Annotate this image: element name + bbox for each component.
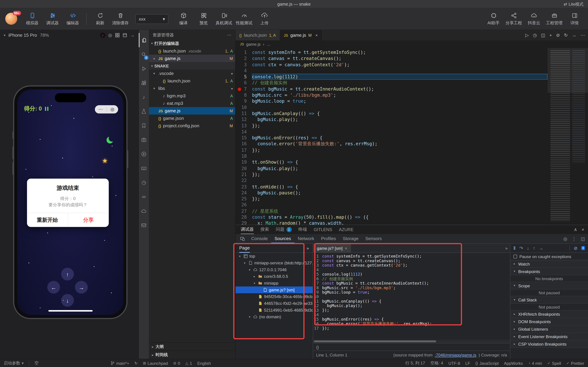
play-circle-icon[interactable] xyxy=(139,147,149,161)
timeline-section[interactable]: ▸ 时间线 xyxy=(149,350,235,359)
section-watch[interactable]: ▸Watch xyxy=(510,260,588,268)
minimap-slider[interactable] xyxy=(547,48,588,93)
clear-cache-button[interactable]: 清除缓存 xyxy=(112,9,129,28)
exit-icon[interactable]: ◎ xyxy=(107,105,118,113)
source-tree-item[interactable]: ▾miniapp-service (blob:http://127… xyxy=(235,259,313,266)
screenshot-icon[interactable] xyxy=(123,33,127,37)
refresh-button[interactable]: 刷新 xyxy=(92,9,108,28)
add-icon[interactable]: + xyxy=(549,33,552,38)
breakpoint-dot[interactable] xyxy=(238,87,241,91)
source-tree-item[interactable]: ▸core/3.68.0.5 xyxy=(235,273,313,280)
debugger-button[interactable]: 调试器 xyxy=(44,9,61,28)
breadcrumb[interactable]: JS game.js › … xyxy=(235,41,588,48)
tab-game-js[interactable]: JS game.js M × xyxy=(280,30,322,41)
page-tab[interactable]: Page xyxy=(239,244,250,253)
forward-icon[interactable]: → xyxy=(572,33,576,38)
close-tab-icon[interactable]: × xyxy=(315,33,318,37)
compile-button[interactable]: 编译 xyxy=(175,9,191,28)
douyin-cloud-button[interactable]: 抖音云 xyxy=(526,9,542,28)
sync-button[interactable]: ↻ xyxy=(134,361,138,365)
open-editor-item[interactable]: ×JSgame.jsM xyxy=(149,55,235,62)
real-device-debug-button[interactable]: 真机调试 xyxy=(216,9,232,28)
circle-slash-icon[interactable]: ⊘ xyxy=(556,33,560,38)
tree-item[interactable]: {}launch.json1, A xyxy=(149,77,235,85)
pause-on-exceptions-button[interactable]: Ⅱ xyxy=(581,246,585,250)
minimap[interactable] xyxy=(547,48,588,225)
git-branch[interactable]: main*+ xyxy=(111,361,129,365)
grid-icon[interactable] xyxy=(115,33,120,37)
tree-item[interactable]: ♪bgm.mp3A xyxy=(149,92,235,100)
chevron-down-icon[interactable]: ▾ xyxy=(4,33,5,37)
overflow-icon[interactable]: » xyxy=(306,245,309,251)
editor-button[interactable]: 编辑器 xyxy=(64,9,81,28)
dock-side-icon[interactable]: ◫ xyxy=(581,236,585,242)
source-tree-item[interactable]: ▾top xyxy=(235,253,313,260)
keyboard-icon[interactable] xyxy=(139,161,149,175)
user-avatar[interactable]: 99+ xyxy=(5,13,18,25)
douyin-badge-icon[interactable]: ♪ xyxy=(100,33,105,38)
more-icon[interactable]: ⋯ xyxy=(95,105,106,113)
record-icon[interactable]: ◎ xyxy=(108,33,112,38)
bookmark-icon[interactable] xyxy=(139,118,149,133)
eol[interactable]: LF xyxy=(465,361,470,365)
section-dom-breakpoints[interactable]: ▸DOM Breakpoints xyxy=(510,318,588,325)
source-tree-item[interactable]: 945f254b-30ca-465b-99cb-1… xyxy=(235,293,313,300)
section-breakpoints[interactable]: ▾Breakpoints xyxy=(510,268,588,275)
close-icon[interactable]: × xyxy=(345,246,347,250)
indentation[interactable]: 空格: 4 xyxy=(430,360,443,366)
section-csp-violation-breakpoints[interactable]: ▸CSP Violation Breakpoints xyxy=(510,341,588,348)
horizontal-scrollbar[interactable] xyxy=(313,340,510,343)
appworks[interactable]: AppWorks xyxy=(504,361,523,365)
section-scope[interactable]: ▾Scope xyxy=(510,282,588,290)
dpad-right-button[interactable]: → xyxy=(75,281,88,294)
language-indicator[interactable]: English xyxy=(197,361,211,365)
step-into-button[interactable]: ↓ xyxy=(527,245,529,251)
outline-section[interactable]: ▸ 大纲 xyxy=(149,342,235,350)
inspect-icon[interactable]: ◎ xyxy=(563,236,567,242)
send-arrow-icon[interactable]: → xyxy=(130,33,135,38)
performance-test-button[interactable]: 性能测试 xyxy=(236,9,252,28)
pretty-print-button[interactable]: {} xyxy=(316,345,319,349)
source-tree-item[interactable]: ▾(no domain) xyxy=(235,314,313,320)
pause-script-button[interactable]: Ⅱ xyxy=(513,245,516,251)
deactivate-breakpoints-button[interactable]: ⊘ xyxy=(574,245,578,251)
tree-item[interactable]: {}game.jsonA xyxy=(149,115,235,122)
tree-item[interactable]: ▾libs● xyxy=(149,85,235,92)
restart-button[interactable]: 重新开始 xyxy=(27,213,68,227)
preview-button[interactable]: 预览 xyxy=(195,9,212,28)
timeline-icon[interactable]: ◷ xyxy=(533,33,537,38)
devtools-tab-sensors[interactable]: Sensors xyxy=(362,234,385,243)
dpad-down-button[interactable]: ↓ xyxy=(61,294,74,307)
search-icon[interactable]: 8 xyxy=(139,47,149,61)
project-root-section[interactable]: ▾ SNAKE xyxy=(149,62,235,70)
open-editor-item[interactable]: {}launch.json.vscode1, A xyxy=(149,47,235,55)
device-toolbar-icon[interactable] xyxy=(238,234,247,243)
scheme-select[interactable]: xxx ▾ xyxy=(135,14,168,24)
tree-item[interactable]: ♪eat.mp3A xyxy=(149,100,235,107)
cursor-position[interactable]: 行 5, 列 17 xyxy=(405,360,425,366)
dpad-up-button[interactable]: ↑ xyxy=(61,268,74,281)
simulator-button[interactable]: 模拟器 xyxy=(24,9,41,28)
details-button[interactable]: 详情 xyxy=(566,9,583,28)
project-management-button[interactable]: 工程管理 xyxy=(546,9,562,28)
section-call-stack[interactable]: ▾Call Stack xyxy=(510,296,588,304)
more-actions-icon[interactable]: ⋯ xyxy=(227,33,231,37)
devtools-tab-console[interactable]: Console xyxy=(248,234,271,243)
zoom-level[interactable]: 78% xyxy=(40,33,49,38)
source-tree-item[interactable]: 446578cc-f0d2-4e29-ae33-0… xyxy=(235,300,313,307)
code-editor[interactable]: 1const systemInfo = tt.getSystemInfoSync… xyxy=(235,48,588,225)
devtools-tab-network[interactable]: Network xyxy=(294,234,318,243)
tree-item[interactable]: {}project.config.jsonM xyxy=(149,122,235,130)
warning-count[interactable]: △1 xyxy=(185,361,192,365)
tab-launch-json[interactable]: {} launch.json 1, A xyxy=(235,30,280,41)
source-tree-item[interactable]: 52114991-0eb5-4685-9d3d-… xyxy=(235,307,313,314)
source-tree-item[interactable]: game.js? [sm] xyxy=(235,286,313,293)
panel-tab-调试器[interactable]: 调试器 xyxy=(241,225,254,234)
history-icon[interactable]: ◷ xyxy=(139,175,149,190)
upload-button[interactable]: 上传 xyxy=(256,9,273,28)
step-out-button[interactable]: ↑ xyxy=(533,245,535,251)
step-button[interactable]: → xyxy=(539,245,543,251)
kebab-menu-icon[interactable]: ⋮ xyxy=(572,236,576,242)
collapse-panel-icon[interactable]: ∧ xyxy=(574,227,577,232)
split-editor-icon[interactable]: ◫ xyxy=(541,33,545,38)
